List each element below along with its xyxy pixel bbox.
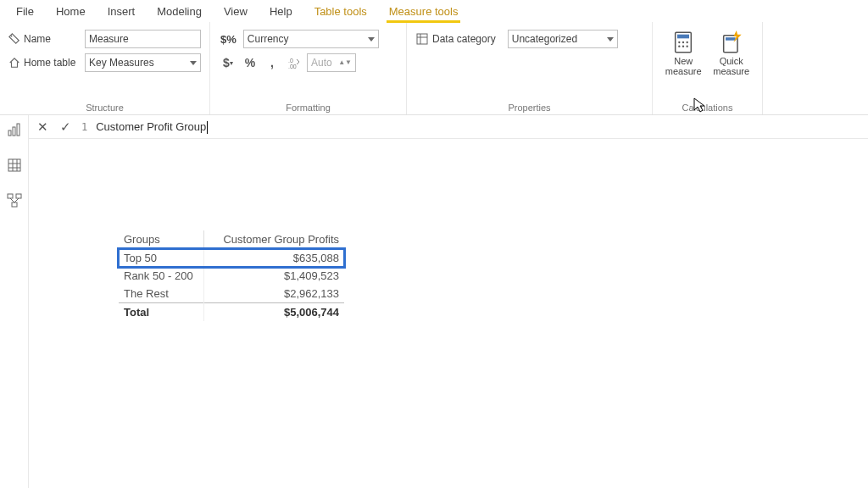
formula-expression: Customer Profit Group — [96, 120, 208, 134]
decimal-places-value: Auto — [311, 57, 332, 69]
data-category-label: Data category — [432, 33, 496, 45]
commit-formula-button[interactable]: ✓ — [58, 119, 73, 135]
name-input[interactable]: Measure — [85, 30, 201, 48]
svg-line-28 — [14, 198, 19, 202]
menu-help[interactable]: Help — [259, 2, 303, 21]
menu-home[interactable]: Home — [45, 2, 97, 21]
report-view-button[interactable] — [7, 122, 22, 141]
svg-line-27 — [10, 198, 14, 202]
svg-point-13 — [687, 46, 688, 47]
menu-view[interactable]: View — [213, 2, 259, 21]
svg-point-8 — [678, 42, 680, 43]
col-profits[interactable]: Customer Group Profits — [203, 230, 344, 249]
svg-rect-25 — [16, 194, 21, 198]
group-formatting-label: Formatting — [219, 101, 398, 113]
table-row[interactable]: Rank 50 - 200 $1,409,523 — [119, 267, 344, 285]
svg-point-9 — [682, 42, 684, 43]
svg-rect-3 — [417, 34, 427, 44]
format-select[interactable]: Currency — [243, 30, 379, 48]
decimal-places-input[interactable]: Auto ▲▼ — [307, 53, 356, 72]
ribbon: Name Measure Home table Key Measures Str… — [0, 22, 868, 115]
currency-button[interactable]: $▾ — [219, 53, 237, 72]
svg-rect-18 — [17, 124, 19, 136]
svg-rect-24 — [8, 194, 13, 198]
group-properties-label: Properties — [415, 101, 643, 113]
svg-point-11 — [678, 46, 680, 47]
svg-rect-7 — [677, 35, 689, 39]
home-table-select[interactable]: Key Measures — [85, 53, 201, 72]
svg-point-0 — [11, 36, 13, 37]
calculator-lightning-icon — [720, 30, 743, 54]
svg-point-10 — [687, 42, 688, 43]
format-value: Currency — [248, 33, 289, 45]
cancel-formula-button[interactable]: ✕ — [36, 119, 50, 135]
decimal-button[interactable]: .0.00 — [285, 53, 303, 72]
svg-rect-15 — [726, 37, 736, 41]
col-groups[interactable]: Groups — [119, 230, 203, 249]
formula-line-number: 1 — [81, 121, 87, 133]
home-table-label: Home table — [24, 57, 75, 69]
menu-table-tools[interactable]: Table tools — [303, 2, 378, 21]
menu-insert[interactable]: Insert — [97, 2, 147, 21]
svg-text:.00: .00 — [288, 64, 297, 69]
chevron-down-icon — [368, 37, 375, 42]
report-canvas[interactable]: Groups Customer Group Profits Top 50 $63… — [29, 139, 868, 488]
menu-modeling[interactable]: Modeling — [146, 2, 213, 21]
model-view-button[interactable] — [7, 193, 22, 212]
comma-button[interactable]: , — [263, 53, 281, 72]
group-calculations-label: Calculations — [661, 101, 754, 113]
name-value: Measure — [89, 33, 129, 45]
table-row[interactable]: The Rest $2,962,133 — [119, 285, 344, 303]
percent-button[interactable]: % — [241, 53, 259, 72]
svg-text:.0: .0 — [288, 58, 293, 64]
svg-rect-19 — [8, 159, 20, 171]
data-category-value: Uncategorized — [512, 33, 577, 45]
view-rail — [0, 115, 29, 488]
name-label: Name — [24, 33, 51, 45]
data-view-button[interactable] — [7, 158, 22, 176]
menu-measure-tools[interactable]: Measure tools — [378, 2, 470, 21]
new-measure-button[interactable]: Newmeasure — [661, 27, 706, 101]
table-header-row: Groups Customer Group Profits — [119, 230, 344, 249]
spinner-icon: ▲▼ — [338, 60, 352, 65]
data-category-select[interactable]: Uncategorized — [508, 30, 618, 48]
quick-measure-button[interactable]: Quickmeasure — [709, 27, 754, 101]
svg-rect-17 — [13, 127, 15, 136]
data-category-icon — [415, 32, 429, 46]
home-table-value: Key Measures — [89, 57, 154, 69]
formula-bar[interactable]: ✕ ✓ 1 Customer Profit Group — [29, 115, 868, 139]
chevron-down-icon — [607, 37, 614, 42]
table-visual[interactable]: Groups Customer Group Profits Top 50 $63… — [119, 230, 344, 321]
svg-rect-26 — [12, 202, 17, 207]
group-structure-label: Structure — [8, 101, 201, 113]
chevron-down-icon — [190, 61, 197, 65]
svg-point-12 — [682, 46, 684, 47]
menu-file[interactable]: File — [5, 2, 45, 21]
tag-icon — [8, 33, 20, 45]
table-row[interactable]: Top 50 $635,088 — [119, 249, 344, 268]
table-total-row: Total $5,006,744 — [119, 303, 344, 322]
menu-bar: File Home Insert Modeling View Help Tabl… — [0, 0, 868, 22]
calculator-icon — [671, 30, 695, 54]
svg-rect-16 — [8, 130, 11, 136]
home-icon — [8, 57, 20, 69]
